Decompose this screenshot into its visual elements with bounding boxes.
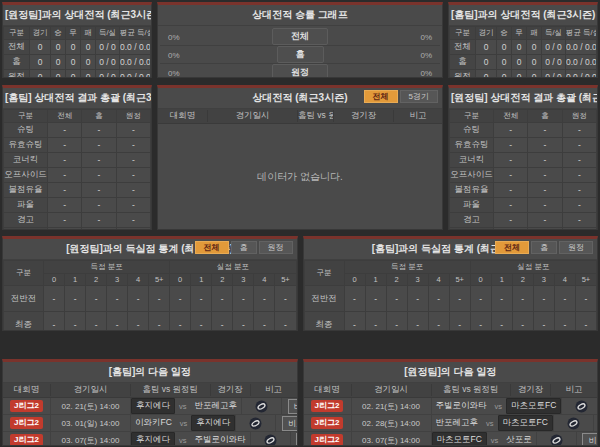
col-header: 원정 [562, 110, 596, 123]
cell: 0 / 0 [542, 70, 566, 79]
cell: - [254, 312, 275, 332]
cell: 0.0 / 0.0 [120, 55, 151, 70]
cell: - [575, 286, 596, 312]
cell: - [494, 123, 528, 138]
panel-schedule-away: [원정팀]의 다음 일정 대회명 경기일시 홈팀 vs 원정팀 경기장 비고 J… [303, 359, 599, 446]
col-header: 패 [527, 27, 542, 40]
cell: - [233, 286, 254, 312]
filter-last5-button[interactable]: 5경기 [400, 90, 438, 103]
stadium-icon[interactable] [242, 398, 282, 414]
stadium-icon[interactable] [554, 415, 594, 431]
col-header: 4 [554, 274, 575, 286]
panel-h2h-match-list: 상대전적 (최근3시즌) 전체 5경기 대회명 경기일시 홈팀 vs 원정팀 경… [157, 85, 443, 230]
home-team-name: 후지에다 [131, 398, 175, 414]
filter-buttons: 전체 5경기 [364, 90, 438, 103]
cell: - [533, 286, 554, 312]
cell: - [275, 286, 296, 312]
panel-title: [홈팀]의 다음 일정 [3, 362, 297, 382]
cell: - [494, 168, 528, 183]
table-row: 파울--- [4, 198, 151, 213]
filter-away-button[interactable]: 원정 [259, 241, 293, 254]
table-row: 코너킥--- [450, 153, 597, 168]
cell: - [562, 138, 596, 153]
goal-stats-row: [원정팀]과의 득실점 통계 (최근3시즌) 전체 홈 원정 구분 득점 분포 … [2, 236, 598, 331]
home-team-name: 마츠모토FC [432, 432, 487, 446]
table-row: 경고--- [450, 213, 597, 228]
col-header: 0 [44, 274, 65, 286]
winrate-graph-body: 0% 전체 0% 0% 홈 0% 0% 원정 0% [158, 26, 442, 78]
col-header: 5+ [149, 274, 170, 286]
winrate-row-total: 0% 전체 0% [160, 28, 440, 46]
middle-row: [홈팀] 상대전적 결과 총괄 (최근3시즌 평균) 구분 전체 홈 원정 슈팅… [2, 85, 598, 230]
col-header-datetime: 경기일시 [352, 384, 432, 396]
col-header: 4 [428, 274, 449, 286]
cell: - [344, 312, 365, 332]
stadium-icon[interactable] [562, 398, 598, 414]
cell: - [82, 138, 116, 153]
col-header-note: 비고 [394, 110, 442, 122]
panel-title: [원정팀]과의 상대전적 (최근3시즌) [3, 5, 151, 25]
col-header: 구분 [450, 110, 494, 123]
cell: 0.0 / 0.0 [566, 55, 597, 70]
cell: - [65, 312, 86, 332]
cell: 0.0 / 0.0 [120, 40, 151, 55]
cell: - [86, 312, 107, 332]
col-header: 무 [512, 27, 527, 40]
empty-data-message: 데이터가 없습니다. [158, 124, 442, 229]
table-row: 전반전 ------------ [4, 286, 297, 312]
col-header: 3 [233, 274, 254, 286]
winrate-row-label: 원정 [272, 64, 328, 78]
table-row: 코너킥--- [4, 153, 151, 168]
away-winrate-value: 0% [420, 68, 432, 77]
filter-all-button[interactable]: 전체 [495, 241, 529, 254]
panel-header: 상대전적 승률 그래프 [158, 5, 442, 26]
away-team-name: 마츠모토FC [506, 398, 561, 414]
cell: 0 [527, 55, 542, 70]
top-row: [원정팀]과의 상대전적 (최근3시즌) 구분 경기 승 무 패 득/실 평균 … [2, 2, 598, 78]
cell: - [48, 228, 82, 231]
cell: - [212, 286, 233, 312]
stadium-icon[interactable] [251, 432, 291, 446]
cell: - [82, 228, 116, 231]
group-header-row: 구분 득점 분포 실점 분포 [304, 261, 597, 274]
col-header: 전체 [48, 110, 82, 123]
schedule-column-headers: 대회명 경기일시 홈팀 vs 원정팀 경기장 비고 [3, 383, 297, 398]
cell: - [107, 312, 128, 332]
compare-button[interactable]: 비교 > [296, 433, 297, 447]
filter-home-button[interactable]: 홈 [531, 241, 557, 254]
cell: 0 / 0 [96, 70, 120, 79]
col-header-group: 구분 [304, 261, 344, 286]
col-header: 1 [491, 274, 512, 286]
stadium-icon[interactable] [537, 432, 577, 446]
summary-table: 구분 전체 홈 원정 슈팅--- 유효슈팅--- 코너킥--- 오프사이드---… [449, 109, 597, 230]
filter-all-button[interactable]: 전체 [364, 90, 398, 103]
cell: - [575, 312, 596, 332]
cell: - [128, 312, 149, 332]
filter-home-button[interactable]: 홈 [231, 241, 257, 254]
filter-all-button[interactable]: 전체 [195, 241, 229, 254]
stadium-icon[interactable] [236, 415, 276, 431]
cell: - [48, 198, 82, 213]
cell: - [386, 286, 407, 312]
row-label: 유효슈팅 [450, 138, 494, 153]
table-row: 경고--- [4, 213, 151, 228]
col-header-matchup: 홈팀 vs 원정팀 [131, 384, 211, 396]
compare-button[interactable]: 비교 > [582, 433, 598, 447]
row-label: 전반전 [4, 286, 44, 312]
col-header: 득/실 [542, 27, 566, 40]
col-header: 2 [212, 274, 233, 286]
cell: - [116, 153, 150, 168]
panel-summary-home: [홈팀] 상대전적 결과 총괄 (최근3시즌 평균) 구분 전체 홈 원정 슈팅… [2, 85, 152, 230]
schedule-match-row: J리그2 03. 07(토) 14:00 후지에다 vs 주빌로이와타 비교 > [3, 432, 297, 446]
cell: 0 [497, 70, 512, 79]
cell: - [82, 198, 116, 213]
filter-away-button[interactable]: 원정 [559, 241, 593, 254]
vs-label: vs [491, 436, 499, 445]
header-row: 구분 전체 홈 원정 [4, 110, 151, 123]
cell: 0 [497, 55, 512, 70]
panel-record-vs-away: [원정팀]과의 상대전적 (최근3시즌) 구분 경기 승 무 패 득/실 평균 … [2, 2, 152, 78]
compare-button[interactable]: 비교 > [288, 399, 298, 414]
row-label: 볼점유율 [4, 183, 48, 198]
compare-button[interactable]: 비교 > [282, 416, 298, 431]
away-team-name: 반포레고후 [191, 399, 242, 413]
